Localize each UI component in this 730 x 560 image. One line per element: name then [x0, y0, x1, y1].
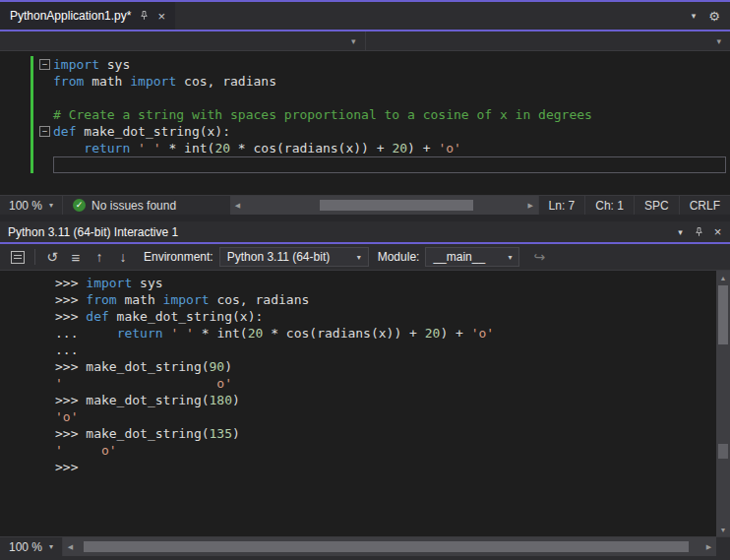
history-previous-icon[interactable]: ↑ [88, 246, 111, 268]
code-line: >>> from math import cos, radians [0, 291, 716, 308]
module-value: __main__ [433, 250, 485, 264]
code-line [0, 90, 730, 106]
environments-icon[interactable] [6, 246, 30, 268]
interactive-repl[interactable]: >>> import sys>>> from math import cos, … [0, 271, 716, 536]
code-text: >>> make_dot_string(180) [55, 392, 716, 408]
document-tab-strip: PythonApplication1.py* × ▾ ⚙ [0, 2, 730, 30]
code-editor[interactable]: −import sysfrom math import cos, radians… [0, 51, 730, 195]
scrollbar-marker [718, 444, 728, 459]
chevron-down-icon: ▾ [49, 201, 53, 210]
active-files-chevron-icon[interactable]: ▾ [692, 11, 697, 21]
project-dropdown[interactable]: ▾ [0, 31, 366, 50]
code-line: >>> make_dot_string(135) [0, 425, 716, 442]
interactive-vertical-scrollbar[interactable]: ▲ ▼ [716, 271, 730, 536]
code-text: from math import cos, radians [53, 73, 730, 90]
zoom-control[interactable]: 100 % ▾ [0, 537, 63, 556]
window-position-chevron-icon[interactable]: ▾ [671, 222, 690, 241]
zoom-control[interactable]: 100 % ▾ [0, 196, 63, 215]
code-line: ' o' [0, 442, 716, 459]
pane-splitter[interactable] [0, 215, 730, 221]
code-text: >>> make_dot_string(135) [55, 425, 716, 442]
scrollbar-thumb[interactable] [718, 285, 728, 344]
module-dropdown[interactable]: __main__ ▾ [425, 247, 519, 267]
issues-indicator[interactable]: ✓ No issues found [63, 196, 230, 215]
fold-margin [30, 73, 53, 90]
code-line: from math import cos, radians [0, 73, 730, 90]
code-line [0, 156, 730, 173]
code-text: ... [55, 342, 716, 358]
history-next-icon[interactable]: ↓ [111, 246, 135, 268]
code-text: import sys [53, 56, 730, 73]
code-text: >>> [55, 459, 716, 475]
scrollbar-track[interactable] [245, 196, 523, 215]
reset-icon[interactable]: ↺ [40, 246, 64, 268]
line-ending-indicator[interactable]: CRLF [679, 196, 730, 215]
code-line: ' o' [0, 375, 716, 392]
chevron-down-icon: ▾ [357, 253, 361, 262]
interactive-horizontal-scrollbar[interactable]: ◀ ▶ [63, 537, 716, 556]
close-icon[interactable]: × [708, 222, 727, 241]
chevron-down-icon: ▾ [49, 542, 53, 551]
pin-icon[interactable] [139, 10, 150, 22]
fold-margin [30, 106, 53, 123]
tool-window-controls: ▾ × [671, 222, 730, 241]
code-text: # Create a string with spaces proportion… [53, 106, 730, 123]
scroll-up-icon[interactable]: ▲ [716, 271, 730, 284]
pin-icon[interactable] [690, 222, 708, 241]
scroll-down-icon[interactable]: ▼ [716, 523, 730, 536]
toolbar-separator [34, 249, 35, 265]
code-text [53, 156, 726, 173]
code-line: # Create a string with spaces proportion… [0, 106, 730, 123]
fold-margin [30, 90, 53, 106]
code-text: ... return ' ' * int(20 * cos(radians(x)… [55, 325, 716, 342]
scroll-right-icon[interactable]: ▶ [523, 196, 538, 215]
code-text: 'o' [55, 408, 716, 425]
tab-strip-controls: ▾ ⚙ [692, 2, 730, 30]
chevron-down-icon: ▾ [508, 253, 512, 262]
code-line: >>> [0, 459, 716, 475]
tab-pythonapplication1[interactable]: PythonApplication1.py* × [0, 2, 175, 30]
environment-value: Python 3.11 (64-bit) [227, 250, 331, 264]
interactive-status-bar: 100 % ▾ ◀ ▶ [0, 536, 730, 556]
scrollbar-track[interactable] [78, 537, 701, 556]
scrollbar-thumb[interactable] [84, 541, 689, 552]
clear-screen-icon[interactable]: ≡ [64, 246, 88, 268]
environment-label: Environment: [144, 250, 213, 264]
tab-title: PythonApplication1.py* [10, 9, 131, 23]
chevron-down-icon: ▾ [716, 36, 721, 46]
scroll-left-icon[interactable]: ◀ [230, 196, 245, 215]
environment-dropdown[interactable]: Python 3.11 (64-bit) ▾ [219, 247, 369, 267]
environments-glyph [11, 251, 25, 264]
code-text: def make_dot_string(x): [53, 123, 730, 140]
interactive-toolbar: ↺ ≡ ↑ ↓ Environment: Python 3.11 (64-bit… [0, 244, 730, 271]
member-dropdown[interactable]: ▾ [366, 31, 730, 50]
send-to-interactive-icon[interactable]: ↪ [527, 246, 551, 268]
spaces-indicator[interactable]: SPC [634, 196, 679, 215]
scrollbar-thumb[interactable] [320, 200, 472, 211]
fold-margin [30, 140, 53, 156]
code-text: return ' ' * int(20 * cos(radians(x)) + … [53, 140, 730, 156]
scroll-left-icon[interactable]: ◀ [63, 537, 78, 556]
fold-margin: − [30, 123, 53, 140]
line-indicator: Ln: 7 [538, 196, 585, 215]
interactive-title: Python 3.11 (64-bit) Interactive 1 [8, 225, 178, 239]
code-line: >>> make_dot_string(180) [0, 392, 716, 408]
code-line: >>> def make_dot_string(x): [0, 308, 716, 325]
code-line: −def make_dot_string(x): [0, 123, 730, 140]
collapse-icon[interactable]: − [39, 126, 50, 137]
scrollbar-corner [716, 537, 730, 556]
code-line: ... [0, 342, 716, 358]
code-line: >>> make_dot_string(90) [0, 358, 716, 375]
column-indicator: Ch: 1 [584, 196, 634, 215]
issues-text: No issues found [91, 199, 176, 213]
code-text: ' o' [55, 375, 716, 392]
collapse-icon[interactable]: − [39, 59, 50, 70]
editor-horizontal-scrollbar[interactable]: ◀ ▶ [230, 196, 538, 215]
code-text: >>> from math import cos, radians [55, 291, 716, 308]
fold-margin [30, 156, 53, 173]
gear-icon[interactable]: ⚙ [708, 9, 720, 24]
zoom-value: 100 % [9, 540, 42, 554]
close-icon[interactable]: × [157, 10, 165, 23]
fold-margin: − [30, 56, 53, 73]
scroll-right-icon[interactable]: ▶ [701, 537, 716, 556]
